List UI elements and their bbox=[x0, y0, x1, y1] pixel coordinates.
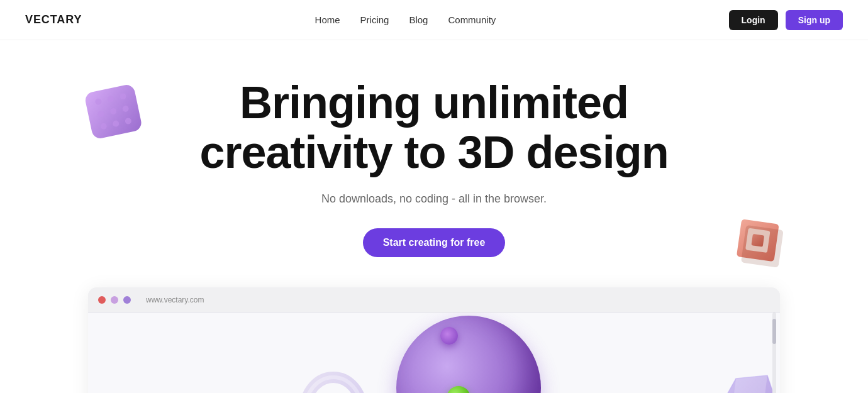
scrollbar-thumb[interactable] bbox=[772, 319, 776, 344]
cta-button[interactable]: Start creating for free bbox=[363, 228, 506, 257]
hero-title: Bringing unlimited creativity to 3D desi… bbox=[199, 78, 668, 177]
logo[interactable]: VECTARY bbox=[25, 13, 82, 26]
signup-button[interactable]: Sign up bbox=[786, 10, 843, 30]
browser-dot-green bbox=[123, 296, 131, 304]
browser-content bbox=[88, 313, 780, 393]
browser-section: www.vectary.com bbox=[0, 287, 868, 393]
hero-subtitle: No downloads, no coding - all in the bro… bbox=[321, 192, 547, 206]
navbar: VECTARY Home Pricing Blog Community Logi… bbox=[0, 0, 868, 40]
waffle-decoration bbox=[82, 78, 151, 141]
cube-decoration bbox=[730, 216, 805, 287]
svg-rect-13 bbox=[741, 225, 784, 268]
3d-scene bbox=[88, 313, 780, 393]
nav-home[interactable]: Home bbox=[315, 14, 340, 25]
browser-dot-yellow bbox=[111, 296, 118, 304]
nav-links: Home Pricing Blog Community bbox=[315, 14, 496, 25]
glass-ring-decoration bbox=[296, 347, 371, 393]
browser-dot-red bbox=[98, 296, 106, 304]
scrollbar[interactable] bbox=[772, 313, 776, 393]
nav-pricing[interactable]: Pricing bbox=[360, 14, 389, 25]
browser-window: www.vectary.com bbox=[88, 287, 780, 393]
login-button[interactable]: Login bbox=[729, 10, 778, 30]
hero-section: Bringing unlimited creativity to 3D desi… bbox=[0, 40, 868, 287]
nav-blog[interactable]: Blog bbox=[409, 14, 428, 25]
crystal-decoration bbox=[717, 372, 780, 393]
browser-url: www.vectary.com bbox=[146, 296, 204, 304]
nav-auth: Login Sign up bbox=[729, 10, 843, 30]
purple-sphere-decoration bbox=[396, 316, 541, 393]
nav-community[interactable]: Community bbox=[448, 14, 496, 25]
browser-bar: www.vectary.com bbox=[88, 287, 780, 313]
